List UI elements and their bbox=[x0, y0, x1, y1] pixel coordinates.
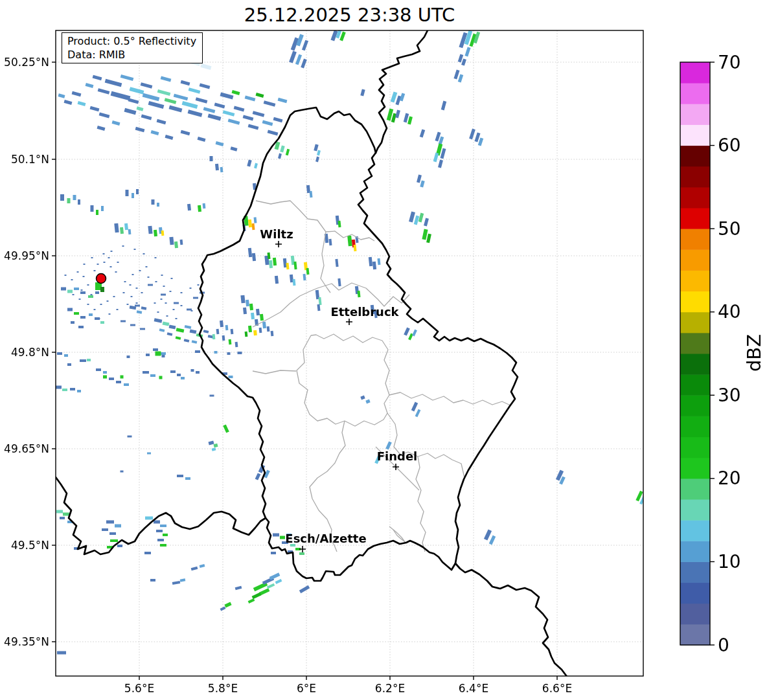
radar-echo-speckle bbox=[87, 284, 89, 286]
radar-echo bbox=[62, 389, 67, 391]
radar-echo bbox=[155, 352, 161, 356]
radar-echo bbox=[124, 383, 129, 386]
y-tick-label: 50.1°N bbox=[11, 153, 49, 166]
radar-echo-speckle bbox=[71, 279, 73, 280]
radar-echo-speckle bbox=[130, 324, 135, 326]
radar-echo bbox=[80, 291, 86, 294]
radar-echo bbox=[160, 544, 166, 547]
product-label: Product: 0.5° Reflectivity bbox=[67, 34, 202, 48]
radar-echo bbox=[67, 308, 73, 311]
radar-echo-speckle bbox=[117, 309, 119, 310]
radar-echo-speckle bbox=[157, 311, 159, 313]
radar-echo-speckle bbox=[187, 309, 192, 311]
radar-echo bbox=[170, 370, 176, 373]
radar-echo-speckle bbox=[154, 302, 156, 304]
radar-echo bbox=[145, 517, 153, 520]
radar-echo bbox=[249, 304, 253, 310]
radar-echo bbox=[216, 329, 220, 334]
radar-echo bbox=[127, 356, 130, 358]
radar-echo bbox=[89, 313, 93, 316]
radar-echo bbox=[154, 230, 157, 236]
colorbar-segment bbox=[680, 583, 710, 604]
colorbar-segment bbox=[680, 270, 710, 291]
colorbar-segment bbox=[680, 229, 710, 250]
colorbar-segment bbox=[680, 166, 710, 188]
radar-echo bbox=[144, 552, 151, 554]
colorbar-segment bbox=[680, 354, 710, 375]
radar-echo bbox=[136, 189, 139, 194]
colorbar-segment bbox=[680, 312, 710, 333]
y-tick-label: 50.25°N bbox=[4, 56, 49, 69]
radar-echo bbox=[215, 164, 219, 170]
radar-echo bbox=[88, 295, 93, 298]
radar-echo-speckle bbox=[94, 309, 96, 310]
plot-background bbox=[56, 30, 643, 676]
radar-echo bbox=[147, 453, 151, 455]
radar-echo-speckle bbox=[91, 294, 93, 295]
radar-echo bbox=[102, 528, 108, 531]
radar-echo bbox=[106, 521, 114, 524]
colorbar-segment bbox=[680, 146, 710, 167]
radar-echo bbox=[120, 471, 124, 473]
colorbar-segment bbox=[680, 561, 710, 583]
radar-echo bbox=[128, 229, 132, 234]
city-label: Esch/Alzette bbox=[285, 532, 366, 545]
radar-echo bbox=[156, 530, 163, 532]
radar-echo-speckle bbox=[161, 299, 163, 300]
radar-echo-speckle bbox=[108, 257, 110, 258]
radar-echo bbox=[124, 223, 128, 230]
radar-echo-speckle bbox=[155, 281, 157, 282]
radar-echo-speckle bbox=[173, 309, 175, 310]
radar-echo-speckle bbox=[107, 300, 109, 302]
radar-echo bbox=[159, 376, 163, 379]
colorbar-segment bbox=[680, 83, 710, 104]
radar-echo-speckle bbox=[165, 302, 167, 304]
radar-echo bbox=[132, 193, 134, 198]
colorbar-segment bbox=[680, 104, 710, 125]
radar-echo-speckle bbox=[91, 257, 93, 258]
radar-echo bbox=[57, 651, 66, 655]
radar-echo bbox=[70, 388, 75, 390]
radar-echo-speckle bbox=[77, 271, 79, 273]
colorbar-segment bbox=[680, 604, 710, 625]
radar-echo-speckle bbox=[123, 292, 125, 293]
radar-echo bbox=[280, 536, 285, 539]
radar-echo bbox=[253, 330, 257, 335]
colorbar-tick-label: 20 bbox=[718, 468, 741, 489]
radar-echo bbox=[256, 309, 260, 315]
radar-echo bbox=[229, 339, 232, 344]
radar-echo bbox=[143, 371, 149, 374]
radar-echo bbox=[120, 227, 124, 234]
radar-echo bbox=[243, 308, 247, 314]
colorbar-segment bbox=[680, 458, 710, 479]
radar-echo-speckle bbox=[174, 302, 179, 304]
radar-echo-speckle bbox=[81, 289, 83, 291]
colorbar-segment bbox=[680, 124, 710, 146]
radar-echo-speckle bbox=[115, 271, 117, 273]
radar-echo-speckle bbox=[84, 264, 86, 265]
radar-echo bbox=[109, 378, 114, 380]
y-tick-label: 49.35°N bbox=[4, 635, 49, 648]
radar-echo-speckle bbox=[131, 296, 133, 297]
radar-echo bbox=[96, 210, 98, 215]
radar-echo bbox=[262, 322, 266, 328]
radar-echo bbox=[103, 376, 107, 379]
radar-echo bbox=[74, 288, 79, 290]
colorbar-segment bbox=[680, 62, 710, 84]
colorbar-segment bbox=[680, 395, 710, 416]
radar-echo bbox=[235, 342, 238, 347]
radar-echo-speckle bbox=[139, 270, 141, 271]
radar-echo bbox=[61, 288, 66, 291]
radar-echo-speckle bbox=[141, 292, 143, 293]
radar-echo-speckle bbox=[103, 253, 105, 254]
radar-echo bbox=[161, 231, 165, 236]
radar-echo bbox=[126, 190, 129, 196]
radar-echo bbox=[203, 203, 206, 209]
radar-echo-speckle bbox=[130, 284, 132, 286]
x-tick-label: 5.6°E bbox=[124, 682, 154, 695]
radar-echo bbox=[196, 371, 200, 374]
radar-echo bbox=[220, 321, 223, 327]
radar-echo bbox=[248, 326, 252, 332]
colorbar-segment bbox=[680, 416, 710, 437]
radar-echo bbox=[259, 328, 262, 333]
